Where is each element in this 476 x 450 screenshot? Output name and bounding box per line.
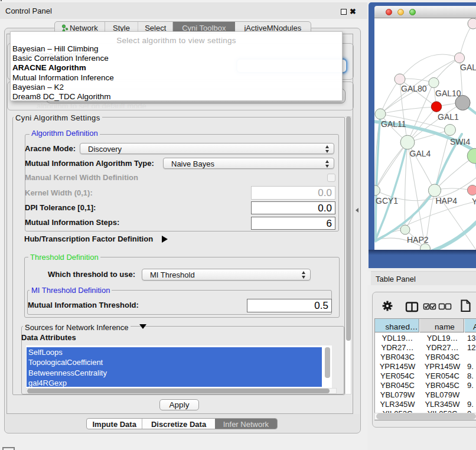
svg-text:Y: Y — [472, 197, 476, 206]
svg-text:GAL1: GAL1 — [438, 112, 459, 122]
svg-text:HAP2: HAP2 — [407, 235, 429, 244]
svg-text:GAL11: GAL11 — [381, 119, 406, 129]
svg-text:GAL80: GAL80 — [401, 84, 427, 93]
svg-text:SWI4: SWI4 — [450, 137, 470, 146]
svg-text:GCY1: GCY1 — [376, 196, 398, 206]
svg-text:GAL: GAL — [460, 63, 476, 72]
svg-text:GAL4: GAL4 — [410, 149, 431, 158]
svg-text:HAP4: HAP4 — [436, 196, 458, 206]
svg-text:GAL10: GAL10 — [435, 89, 461, 98]
